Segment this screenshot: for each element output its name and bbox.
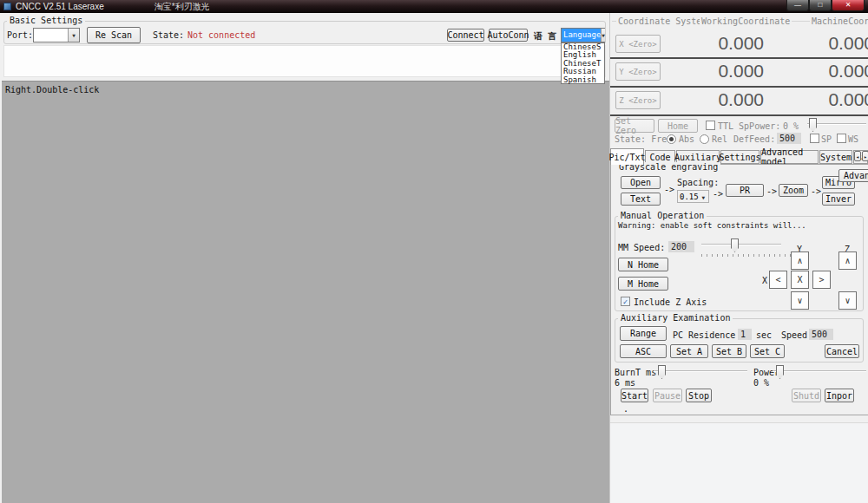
titlebar: CNCC V2.51 Laseraxe 淘宝*利刃激光 — □ ✕ (0, 0, 868, 13)
slider-track (654, 370, 747, 372)
jog-center-button[interactable]: X (791, 271, 809, 289)
jog-x-minus-button[interactable]: < (769, 271, 787, 289)
dropdown-arrow-icon[interactable]: ▼ (68, 29, 79, 42)
set-b-button[interactable]: Set B (712, 344, 746, 358)
machine-state-label: State: Free (615, 134, 672, 144)
open-button[interactable]: Open (621, 176, 661, 189)
pr-button[interactable]: PR (726, 184, 764, 197)
sec-label: sec (756, 330, 772, 340)
spacing-label: Spacing: (677, 178, 719, 187)
set-zero-button[interactable]: Set Zero (615, 119, 654, 133)
basic-settings-label: Basic Settings (7, 16, 85, 25)
app-window: CNCC V2.51 Laseraxe 淘宝*利刃激光 — □ ✕ Basic … (0, 0, 868, 503)
close-button[interactable]: ✕ (832, 0, 865, 11)
spacing-arrow-icon[interactable]: ▼ (699, 191, 708, 202)
lower-panel (610, 423, 868, 503)
stop-button[interactable]: Stop (686, 389, 712, 402)
slider-track (701, 244, 781, 245)
abs-label: Abs (679, 134, 694, 144)
rel-radio[interactable] (700, 134, 709, 144)
jog-z-down-button[interactable]: ∨ (838, 291, 857, 310)
z-machine-value: 0.000 (794, 89, 868, 110)
deffeed-input[interactable]: 500 (777, 133, 801, 144)
tab-scroll-right-icon[interactable]: ▸ (862, 151, 868, 161)
status-dot: . (623, 404, 628, 414)
tab-settings[interactable]: Settings (720, 150, 760, 164)
mm-speed-input[interactable]: 200 (668, 241, 694, 252)
autoconn-button[interactable]: AutoConn (489, 29, 528, 42)
rescan-button[interactable]: Re Scan (87, 27, 141, 43)
shutdown-button[interactable]: Shutd (792, 389, 821, 402)
abs-radio[interactable] (667, 134, 676, 144)
sp-label: SP (821, 134, 832, 144)
tab-scroll-left-icon[interactable]: ◂ (854, 151, 861, 161)
burnt-value: 6 ms (615, 378, 635, 388)
text-button[interactable]: Text (621, 193, 661, 206)
import-button[interactable]: Inpor (825, 389, 854, 402)
x-machine-value: 0.000 (794, 33, 868, 54)
burnt-label: BurnT ms (615, 368, 656, 377)
y-zero-button[interactable]: Y <Zero> (615, 62, 661, 81)
slider-thumb[interactable] (731, 238, 739, 252)
ttl-sppower-slider[interactable] (807, 118, 866, 132)
auxiliary-examination-label: Auxiliary Examination (618, 313, 733, 323)
flow-arrow: -> (811, 186, 821, 196)
ws-checkbox[interactable] (837, 134, 846, 143)
pause-button[interactable]: Pause (653, 389, 682, 402)
home-button[interactable]: Home (658, 119, 698, 133)
tab-pic-txt[interactable]: Pic/Txt (610, 148, 644, 165)
tab-system[interactable]: System (819, 150, 852, 164)
slider-thumb[interactable] (809, 118, 817, 132)
tab-advanced-model[interactable]: Advanced model (760, 150, 819, 164)
invert-button[interactable]: Inver (822, 193, 855, 206)
include-z-checkbox[interactable]: ✓ (621, 297, 630, 306)
slider-thumb[interactable] (658, 365, 666, 379)
jog-y-down-button[interactable]: ∨ (791, 291, 809, 310)
burnt-slider[interactable] (654, 365, 747, 379)
set-a-button[interactable]: Set A (670, 344, 708, 358)
minimize-button[interactable]: — (786, 0, 809, 11)
m-home-button[interactable]: M Home (618, 277, 668, 291)
power-slider[interactable] (773, 365, 866, 379)
range-button[interactable]: Range (620, 326, 667, 341)
port-select[interactable]: ▼ (33, 28, 80, 42)
mm-speed-slider[interactable] (701, 238, 781, 252)
y-working-value: 0.000 (686, 61, 764, 82)
cancel-button[interactable]: Cancel (825, 344, 859, 358)
jog-z-up-button[interactable]: ∧ (838, 252, 857, 270)
x-zero-button[interactable]: X <Zero> (615, 35, 661, 53)
z-zero-button[interactable]: Z <Zero> (615, 91, 661, 109)
advanced-button[interactable]: Advan (838, 169, 868, 182)
maximize-button[interactable]: □ (809, 0, 832, 11)
residence-input[interactable]: 1 (738, 329, 752, 340)
aux-speed-input[interactable]: 500 (809, 329, 833, 340)
machine-coordinate-header: MachineCoordinate (810, 16, 868, 26)
message-area (3, 45, 606, 77)
ttl-sppower-checkbox[interactable] (706, 121, 715, 130)
sp-checkbox[interactable] (810, 134, 819, 143)
flow-arrow: -> (713, 189, 723, 199)
language-dropdown-arrow-icon[interactable]: ▼ (601, 29, 605, 42)
set-c-button[interactable]: Set C (750, 344, 785, 358)
asc-button[interactable]: ASC (620, 344, 667, 358)
zoom-button[interactable]: Zoom (779, 184, 808, 197)
work-canvas[interactable]: Right.Double-click (2, 81, 609, 503)
n-home-button[interactable]: N Home (618, 258, 668, 271)
slider-thumb[interactable] (776, 365, 784, 379)
jog-y-up-button[interactable]: ∧ (791, 252, 809, 270)
jog-x-plus-button[interactable]: > (812, 271, 831, 289)
language-select[interactable]: Language ▼ (561, 28, 605, 42)
spacing-select[interactable]: 0.15 ▼ (677, 190, 709, 203)
port-value (34, 29, 68, 42)
spacing-value: 0.15 (678, 191, 699, 202)
language-option[interactable]: Spanish (562, 76, 604, 84)
minimize-icon: — (794, 1, 801, 9)
canvas-hint: Right.Double-click (5, 85, 99, 95)
start-button[interactable]: Start (621, 389, 648, 402)
coordinate-system-label: Coordinate System (616, 16, 708, 26)
connect-button[interactable]: Connect (447, 29, 484, 42)
slider-ticks (701, 254, 797, 257)
mm-speed-label: MM Speed: (618, 243, 665, 252)
window-title: CNCC V2.51 Laseraxe (16, 2, 104, 11)
state-value: Not connected (187, 30, 255, 40)
